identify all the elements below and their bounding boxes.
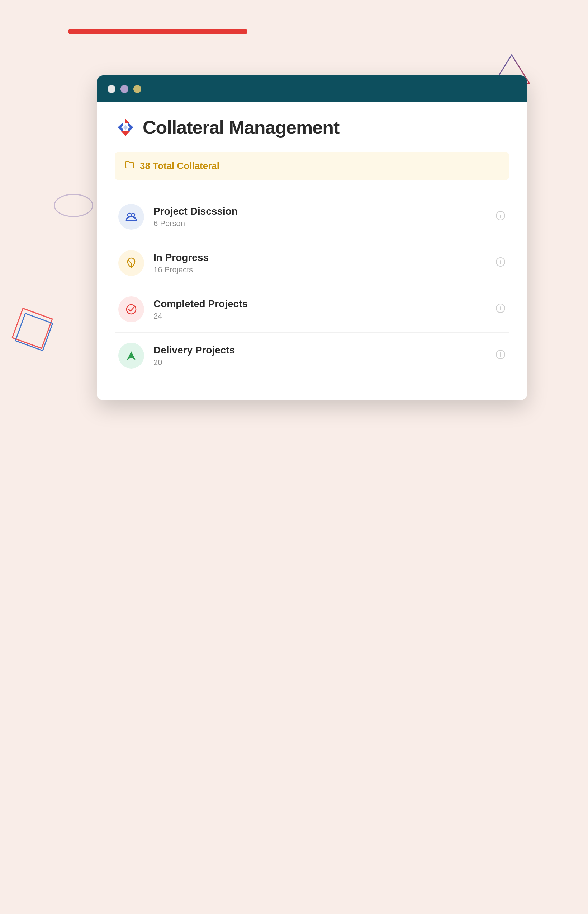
app-logo-icon — [115, 118, 136, 138]
app-header: Collateral Management — [115, 117, 509, 138]
decorative-red-bar — [68, 29, 247, 34]
in-progress-title: In Progress — [153, 252, 486, 263]
in-progress-icon-wrap — [118, 250, 144, 276]
decorative-square — [11, 308, 53, 349]
project-discussion-subtitle: 6 Person — [153, 219, 486, 228]
list-item-in-progress[interactable]: In Progress 16 Projects i — [115, 240, 509, 286]
in-progress-subtitle: 16 Projects — [153, 265, 486, 274]
completed-text: Completed Projects 24 — [153, 298, 486, 321]
browser-titlebar — [97, 75, 527, 102]
svg-marker-2 — [126, 119, 130, 123]
project-discussion-title: Project Discssion — [153, 206, 486, 217]
completed-title: Completed Projects — [153, 298, 486, 310]
list-item-completed[interactable]: Completed Projects 24 i — [115, 286, 509, 333]
project-discussion-info-icon[interactable]: i — [496, 211, 506, 223]
delivery-title: Delivery Projects — [153, 345, 486, 356]
delivery-subtitle: 20 — [153, 358, 486, 367]
delivery-icon-wrap — [118, 343, 144, 369]
project-discussion-icon-wrap — [118, 204, 144, 230]
in-progress-text: In Progress 16 Projects — [153, 252, 486, 274]
folder-icon — [125, 160, 135, 172]
completed-subtitle: 24 — [153, 311, 486, 321]
delivery-info-icon[interactable]: i — [496, 350, 506, 362]
browser-window: Collateral Management 38 Total Collatera… — [97, 75, 527, 400]
svg-point-7 — [128, 213, 131, 217]
completed-icon-wrap — [118, 297, 144, 322]
total-collateral-text: 38 Total Collateral — [140, 160, 220, 172]
people-icon — [125, 210, 138, 223]
check-circle-icon — [125, 303, 138, 316]
decorative-ellipse — [54, 194, 93, 217]
window-dot-close[interactable] — [108, 85, 115, 93]
in-progress-info-icon[interactable]: i — [496, 257, 506, 269]
app-content: Collateral Management 38 Total Collatera… — [97, 102, 527, 400]
window-dot-maximize[interactable] — [133, 85, 141, 93]
svg-text:i: i — [500, 259, 501, 265]
list-item-project-discussion[interactable]: Project Discssion 6 Person i — [115, 194, 509, 240]
project-discussion-text: Project Discssion 6 Person — [153, 206, 486, 228]
svg-text:i: i — [500, 305, 501, 311]
list-item-delivery[interactable]: Delivery Projects 20 i — [115, 333, 509, 379]
svg-point-14 — [126, 305, 136, 314]
delivery-text: Delivery Projects 20 — [153, 345, 486, 367]
svg-text:i: i — [500, 352, 501, 358]
navigation-icon — [125, 349, 138, 362]
window-dot-minimize[interactable] — [121, 85, 128, 93]
completed-info-icon[interactable]: i — [496, 303, 506, 316]
svg-point-8 — [131, 213, 135, 217]
svg-marker-4 — [121, 131, 130, 136]
svg-text:i: i — [500, 213, 501, 219]
total-collateral-banner: 38 Total Collateral — [115, 152, 509, 180]
app-title: Collateral Management — [143, 117, 339, 138]
leaf-icon — [125, 256, 138, 269]
svg-marker-17 — [127, 351, 136, 360]
